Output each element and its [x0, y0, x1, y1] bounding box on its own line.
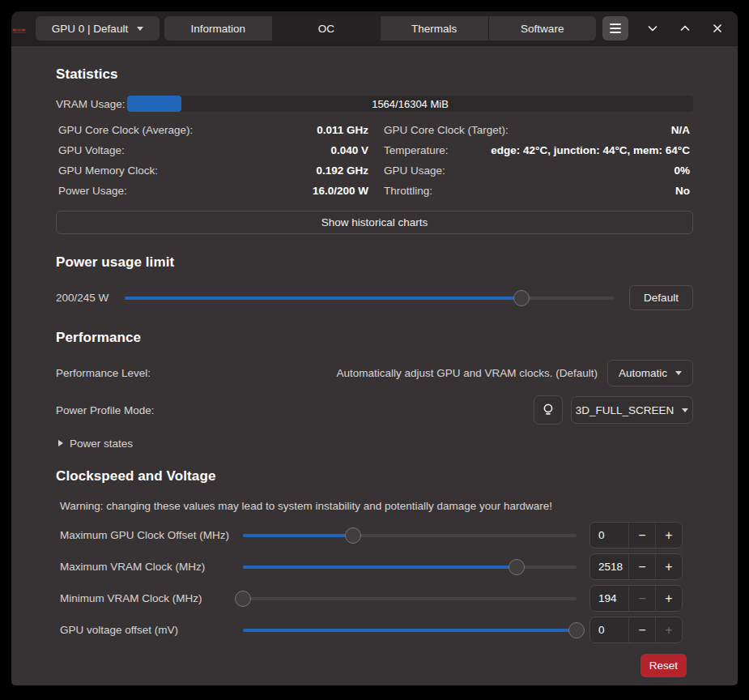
stat-temperature: Temperature: edge: 42°C, junction: 44°C,… — [384, 140, 690, 160]
stat-value: 16.0/200 W — [313, 185, 368, 197]
reset-row: Reset — [56, 654, 693, 677]
performance-title: Performance — [56, 329, 693, 347]
stat-label: GPU Core Clock (Average): — [58, 124, 193, 136]
desktop-background: GPU 0 | Default Information OC Thermals … — [0, 0, 749, 700]
decrement-button[interactable]: − — [629, 617, 655, 642]
instability-warning: Warning: changing these values may lead … — [56, 499, 693, 513]
tab-software[interactable]: Software — [489, 16, 597, 41]
maximize-button[interactable] — [675, 19, 695, 38]
spin-value[interactable]: 2518 — [590, 554, 628, 579]
stat-value: edge: 42°C, junction: 44°C, mem: 64°C — [491, 144, 690, 156]
vram-usage-value: 1564/16304 MiB — [127, 96, 693, 112]
slider-fill — [243, 629, 577, 632]
power-profile-dropdown[interactable]: 3D_FULL_SCREEN — [571, 396, 693, 424]
reset-button[interactable]: Reset — [640, 654, 687, 677]
max-gpu-clock-offset-spinbutton: 0 − + — [589, 522, 683, 548]
tab-information[interactable]: Information — [164, 16, 272, 41]
increment-button[interactable]: + — [656, 586, 682, 611]
decrement-button[interactable]: − — [629, 554, 655, 579]
menu-button[interactable] — [602, 16, 628, 41]
gpu-voltage-offset-label: GPU voltage offset (mV) — [60, 624, 243, 636]
power-profile-row: Power Profile Mode: 3D_FULL_SCREEN — [56, 395, 693, 425]
power-profile-value: 3D_FULL_SCREEN — [576, 404, 675, 416]
min-vram-clock-row: Minimum VRAM Clock (MHz) 194 − + — [56, 585, 693, 612]
power-limit-row: 200/245 W Default — [56, 285, 693, 310]
stat-value: 0% — [674, 164, 690, 177]
stat-throttling: Throttling: No — [384, 181, 690, 201]
tab-software-label: Software — [521, 23, 564, 35]
power-limit-slider[interactable] — [125, 285, 615, 310]
performance-level-value: Automatic — [619, 367, 667, 379]
tab-oc[interactable]: OC — [273, 16, 381, 41]
stat-gpu-voltage: GPU Voltage: 0.040 V — [58, 140, 368, 160]
slider-handle[interactable] — [509, 559, 525, 575]
chevron-down-icon — [137, 27, 143, 31]
lact-window: GPU 0 | Default Information OC Thermals … — [11, 11, 738, 685]
gpu-voltage-offset-spinbutton: 0 − + — [589, 617, 683, 643]
tab-bar: Information OC Thermals Software — [164, 16, 596, 41]
power-states-label: Power states — [70, 438, 133, 450]
spin-value[interactable]: 0 — [590, 617, 628, 642]
show-historical-charts-button[interactable]: Show historical charts — [56, 211, 693, 234]
vram-usage-progressbar: 1564/16304 MiB — [127, 96, 693, 112]
chevron-down-icon — [682, 408, 688, 412]
increment-button[interactable]: + — [656, 554, 682, 579]
slider-handle[interactable] — [513, 290, 530, 306]
statistics-title: Statistics — [56, 66, 693, 83]
performance-level-label: Performance Level: — [56, 367, 151, 379]
slider-fill — [243, 566, 517, 569]
min-vram-clock-label: Minimum VRAM Clock (MHz) — [60, 592, 243, 604]
stat-value: 0.192 GHz — [316, 164, 368, 177]
performance-level-row: Performance Level: Automatically adjust … — [56, 360, 693, 386]
stat-core-clock-avg: GPU Core Clock (Average): 0.011 GHz — [58, 120, 368, 140]
power-limit-value: 200/245 W — [56, 292, 125, 304]
decrement-button[interactable]: − — [629, 586, 655, 611]
stat-label: GPU Usage: — [384, 164, 445, 177]
power-limit-default-button[interactable]: Default — [629, 285, 693, 310]
max-vram-clock-label: Maximum VRAM Clock (MHz) — [60, 561, 243, 573]
gpu-voltage-offset-slider[interactable] — [243, 617, 577, 642]
clockspeed-voltage-title: Clockspeed and Voltage — [56, 467, 693, 485]
increment-button[interactable]: + — [656, 523, 682, 548]
max-gpu-clock-offset-slider[interactable] — [243, 523, 577, 548]
max-gpu-clock-offset-row: Maximum GPU Clock Offset (MHz) 0 − + — [56, 522, 693, 548]
stat-memory-clock: GPU Memory Clock: 0.192 GHz — [58, 160, 368, 181]
slider-fill — [125, 297, 521, 300]
performance-level-dropdown[interactable]: Automatic — [607, 360, 693, 386]
close-button[interactable] — [708, 19, 727, 38]
stat-value: N/A — [671, 124, 690, 136]
max-vram-clock-spinbutton: 2518 − + — [589, 553, 683, 580]
chevron-down-icon — [646, 22, 659, 35]
vram-usage-label: VRAM Usage: — [56, 98, 127, 110]
gpu-voltage-offset-row: GPU voltage offset (mV) 0 − + — [56, 617, 693, 643]
stat-core-clock-target: GPU Core Clock (Target): N/A — [384, 120, 690, 140]
stat-label: Throttling: — [384, 185, 432, 197]
tab-thermals-label: Thermals — [411, 23, 457, 35]
gpu-selector-label: GPU 0 | Default — [52, 23, 128, 35]
slider-handle[interactable] — [345, 527, 361, 544]
decrement-button[interactable]: − — [629, 523, 655, 548]
slider-handle[interactable] — [235, 591, 251, 607]
stat-value: 0.011 GHz — [317, 124, 368, 136]
close-x-icon — [711, 22, 724, 35]
minimize-button[interactable] — [643, 19, 662, 38]
headerbar: GPU 0 | Default Information OC Thermals … — [11, 11, 738, 46]
spin-value[interactable]: 0 — [590, 523, 628, 548]
slider-handle[interactable] — [568, 622, 585, 638]
gpu-selector-dropdown[interactable]: GPU 0 | Default — [36, 16, 160, 41]
statistics-grid: GPU Core Clock (Average): 0.011 GHz GPU … — [56, 120, 693, 201]
min-vram-clock-slider[interactable] — [243, 586, 577, 611]
stat-power-usage: Power Usage: 16.0/200 W — [58, 181, 368, 201]
stat-label: GPU Voltage: — [58, 144, 125, 156]
tab-thermals[interactable]: Thermals — [381, 16, 488, 41]
max-vram-clock-slider[interactable] — [243, 554, 577, 579]
power-states-expander[interactable]: Power states — [56, 436, 693, 450]
tab-information-label: Information — [190, 23, 245, 35]
slider-fill — [243, 534, 353, 537]
stat-label: Temperature: — [384, 144, 449, 156]
power-profile-label: Power Profile Mode: — [56, 404, 155, 416]
lightbulb-icon — [540, 402, 556, 418]
increment-button[interactable]: + — [656, 617, 682, 642]
spin-value[interactable]: 194 — [590, 586, 628, 611]
power-profile-hint-button[interactable] — [534, 395, 563, 425]
